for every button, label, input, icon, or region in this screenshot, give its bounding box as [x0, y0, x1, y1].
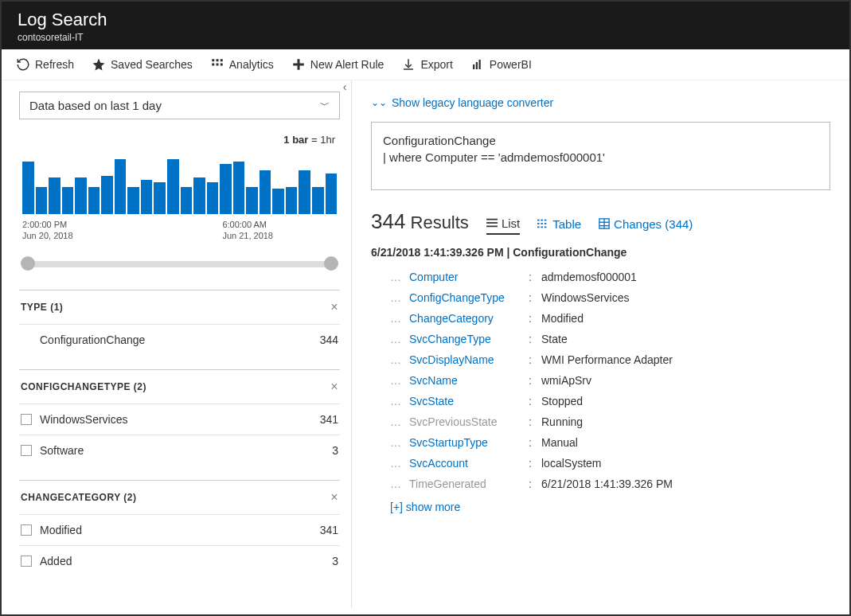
- field-key[interactable]: SvcState: [409, 395, 529, 407]
- facet-row[interactable]: Software 3: [19, 439, 340, 462]
- chart-bar[interactable]: [127, 187, 139, 214]
- chart-axis: 2:00:00 PMJun 20, 2018 6:00:00 AMJun 21,…: [22, 219, 337, 242]
- chart-bar[interactable]: [36, 187, 48, 214]
- chart-bar[interactable]: [88, 187, 100, 214]
- facet-row[interactable]: ConfigurationChange 344: [19, 328, 340, 352]
- chart-bar[interactable]: [167, 159, 179, 214]
- ellipsis-icon[interactable]: …: [390, 333, 409, 345]
- new-alert-rule-button[interactable]: New Alert Rule: [291, 57, 385, 72]
- results-count: 344 Results: [371, 209, 469, 234]
- svg-rect-7: [293, 64, 304, 66]
- tab-list[interactable]: List: [486, 216, 520, 235]
- facet-changecategory: CHANGECATEGORY (2) × Modified 341 Added …: [19, 480, 340, 586]
- axis-end: 6:00:00 AMJun 21, 2018: [222, 219, 273, 242]
- powerbi-button[interactable]: PowerBI: [470, 57, 532, 72]
- svg-rect-10: [478, 60, 480, 69]
- page-title: Log Search: [18, 10, 833, 30]
- facet-title: TYPE (1): [21, 302, 63, 313]
- slider-handle-start[interactable]: [21, 256, 35, 271]
- time-slider[interactable]: [24, 261, 335, 267]
- analytics-button[interactable]: Analytics: [210, 57, 274, 72]
- chart-bar[interactable]: [62, 187, 74, 214]
- svg-rect-8: [473, 64, 474, 69]
- chart-bar[interactable]: [220, 164, 232, 214]
- field-key[interactable]: ConfigChangeType: [409, 291, 529, 304]
- chart-bar[interactable]: [101, 176, 113, 214]
- list-icon: [486, 217, 498, 228]
- content-area: ‹ Data based on last 1 day ﹀ 1 bar = 1hr…: [2, 80, 849, 608]
- refresh-button[interactable]: Refresh: [16, 57, 74, 72]
- chart-bar[interactable]: [326, 173, 338, 214]
- svg-rect-16: [545, 220, 547, 221]
- chart-bar[interactable]: [49, 177, 61, 214]
- close-icon[interactable]: ×: [330, 380, 338, 394]
- facet-row[interactable]: Added 3: [19, 549, 340, 573]
- field-key[interactable]: SvcStartupType: [409, 436, 529, 449]
- field-row: …SvcStartupType:Manual: [371, 432, 830, 453]
- slider-handle-end[interactable]: [324, 256, 338, 271]
- show-more-link[interactable]: [+] show more: [371, 494, 830, 513]
- facet-row[interactable]: WindowsServices 341: [19, 407, 340, 431]
- ellipsis-icon[interactable]: …: [390, 312, 409, 325]
- collapse-left-icon[interactable]: ‹: [338, 80, 351, 93]
- ellipsis-icon[interactable]: …: [390, 415, 409, 428]
- legacy-converter-link[interactable]: ⌄⌄ Show legacy language converter: [371, 96, 553, 109]
- close-icon[interactable]: ×: [330, 490, 338, 505]
- svg-rect-17: [537, 223, 540, 224]
- field-row: …SvcAccount:localSystem: [371, 453, 830, 474]
- axis-start: 2:00:00 PMJun 20, 2018: [22, 219, 73, 242]
- chart-bar[interactable]: [193, 177, 205, 214]
- query-editor[interactable]: ConfigurationChange | where Computer == …: [371, 122, 830, 190]
- chart-bar[interactable]: [233, 162, 245, 214]
- checkbox[interactable]: [21, 445, 32, 456]
- ellipsis-icon[interactable]: …: [390, 457, 409, 470]
- ellipsis-icon[interactable]: …: [390, 271, 409, 283]
- svg-rect-13: [486, 226, 498, 228]
- ellipsis-icon[interactable]: …: [390, 436, 409, 449]
- field-key[interactable]: Computer: [409, 271, 529, 283]
- export-button[interactable]: Export: [401, 57, 452, 72]
- chart-bar[interactable]: [141, 180, 153, 214]
- chart-bar[interactable]: [181, 187, 193, 214]
- histogram-chart[interactable]: [19, 150, 340, 214]
- saved-searches-button[interactable]: Saved Searches: [92, 57, 193, 72]
- field-key[interactable]: ChangeCategory: [409, 312, 529, 325]
- checkbox[interactable]: [21, 556, 32, 567]
- field-row: …SvcState:Stopped: [371, 391, 830, 411]
- field-value: WMI Performance Adapter: [541, 353, 673, 366]
- chart-bar[interactable]: [22, 162, 34, 214]
- facet-title: CHANGECATEGORY (2): [21, 492, 136, 503]
- chart-bar[interactable]: [272, 189, 284, 214]
- chart-bar[interactable]: [246, 187, 258, 214]
- field-key[interactable]: SvcChangeType: [409, 333, 529, 345]
- chart-bar[interactable]: [260, 170, 271, 214]
- ellipsis-icon[interactable]: …: [390, 395, 409, 407]
- ellipsis-icon[interactable]: …: [390, 478, 409, 490]
- tab-table[interactable]: Table: [537, 216, 581, 235]
- field-value: wmiApSrv: [541, 374, 591, 387]
- ellipsis-icon[interactable]: …: [390, 291, 409, 304]
- chart-bar[interactable]: [299, 170, 310, 214]
- field-key[interactable]: SvcAccount: [409, 457, 529, 470]
- ellipsis-icon[interactable]: …: [390, 374, 409, 387]
- chart-bar[interactable]: [286, 187, 298, 214]
- ellipsis-icon[interactable]: …: [390, 353, 409, 366]
- svg-rect-22: [545, 227, 547, 228]
- svg-rect-3: [212, 64, 214, 66]
- field-key[interactable]: SvcDisplayName: [409, 353, 529, 366]
- svg-rect-9: [476, 62, 478, 69]
- facet-row[interactable]: Modified 341: [19, 518, 340, 542]
- checkbox[interactable]: [21, 414, 32, 425]
- field-key[interactable]: SvcName: [409, 374, 529, 387]
- chart-bar[interactable]: [75, 177, 87, 214]
- chart-bar[interactable]: [312, 187, 324, 214]
- time-range-dropdown[interactable]: Data based on last 1 day ﹀: [19, 92, 340, 119]
- chart-bar[interactable]: [207, 182, 219, 214]
- field-value: State: [541, 333, 568, 345]
- tab-changes[interactable]: Changes (344): [599, 216, 693, 235]
- close-icon[interactable]: ×: [330, 300, 338, 314]
- field-value: Manual: [541, 436, 578, 449]
- checkbox[interactable]: [21, 524, 32, 536]
- chart-bar[interactable]: [115, 159, 127, 214]
- chart-bar[interactable]: [154, 182, 166, 214]
